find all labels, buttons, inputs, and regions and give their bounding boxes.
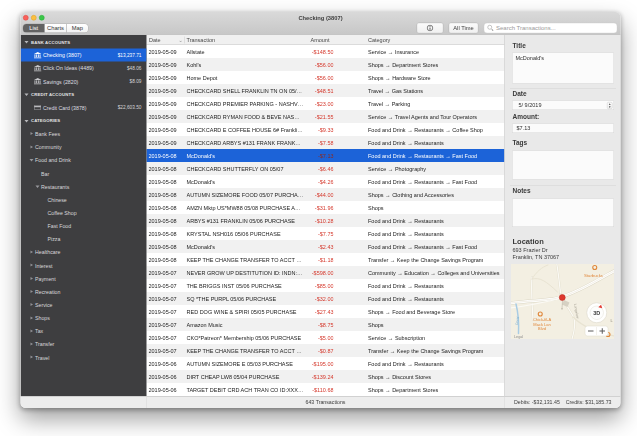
- svg-text:Legal: Legal: [514, 335, 523, 339]
- svg-text:Blvd: Blvd: [538, 326, 546, 331]
- svg-text:Starbucks: Starbucks: [584, 273, 603, 278]
- svg-text:3D: 3D: [593, 310, 600, 316]
